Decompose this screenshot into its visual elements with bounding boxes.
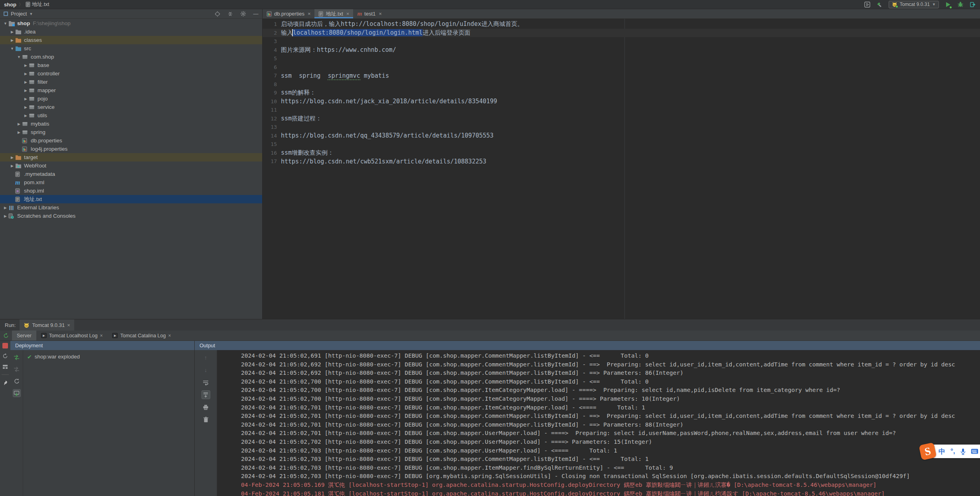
- tab-tomcat-localhost-log[interactable]: ▶ Tomcat Localhost Log ×: [36, 331, 108, 341]
- expand-arrow-icon[interactable]: ▶: [2, 214, 8, 218]
- project-panel-title[interactable]: Project: [11, 11, 27, 17]
- tree-row-controller[interactable]: ▶controller: [0, 69, 262, 78]
- deploy-icon[interactable]: [13, 353, 21, 361]
- close-icon[interactable]: ×: [379, 11, 382, 17]
- close-icon[interactable]: ×: [67, 322, 70, 328]
- soft-wrap-icon[interactable]: [202, 378, 210, 387]
- tree-row-src[interactable]: ▼src: [0, 44, 262, 53]
- microphone-icon[interactable]: [960, 448, 966, 455]
- close-icon[interactable]: ×: [100, 333, 103, 339]
- tree-row-classes[interactable]: ▶classes: [0, 36, 262, 44]
- expand-arrow-icon[interactable]: ▶: [23, 89, 29, 93]
- run-button[interactable]: [944, 1, 951, 8]
- breadcrumb-project[interactable]: shop: [4, 2, 16, 8]
- text-segment: https://blog.csdn.net/qq_43438579/articl…: [281, 132, 494, 139]
- punctuation-icon[interactable]: °,: [950, 447, 955, 455]
- expand-arrow-icon[interactable]: ▼: [16, 55, 22, 59]
- tab-tomcat-catalina-log[interactable]: ▶ Tomcat Catalina Log ×: [107, 331, 176, 341]
- tree-row-log4j.properties[interactable]: log4j.properties: [0, 145, 262, 153]
- refresh-icon[interactable]: [13, 377, 21, 385]
- expand-arrow-icon[interactable]: ▶: [16, 122, 22, 126]
- tree-row-spring[interactable]: ▶spring: [0, 128, 262, 136]
- tree-row-filter[interactable]: ▶filter: [0, 78, 262, 86]
- expand-arrow-icon[interactable]: ▼: [2, 22, 8, 26]
- line-number: 16: [263, 150, 279, 156]
- tree-row-service[interactable]: ▶service: [0, 103, 262, 111]
- deploy-all-icon[interactable]: [13, 389, 21, 397]
- expand-arrow-icon[interactable]: ▶: [9, 164, 15, 168]
- debug-button[interactable]: [957, 1, 964, 8]
- expand-arrow-icon[interactable]: ▶: [23, 80, 29, 84]
- undeploy-icon[interactable]: [13, 365, 21, 373]
- expand-arrow-icon[interactable]: ▶: [23, 105, 29, 109]
- tree-row-External-Libraries[interactable]: ▶External Libraries: [0, 203, 262, 212]
- tree-row-com.shop[interactable]: ▼com.shop: [0, 53, 262, 61]
- editor[interactable]: 1启动项目成功后，输入http://localhost:8080/shop/lo…: [263, 19, 980, 166]
- tree-row-.idea[interactable]: ▶.idea: [0, 28, 262, 36]
- keyboard-icon[interactable]: [971, 449, 978, 454]
- scroll-to-end-icon[interactable]: [202, 390, 210, 399]
- chinese-mode-icon[interactable]: 中: [939, 447, 945, 456]
- hide-panel-icon[interactable]: —: [253, 11, 259, 17]
- build-hammer-icon[interactable]: [876, 1, 883, 8]
- line-number: 12: [263, 116, 279, 122]
- editor-area[interactable]: 1启动项目成功后，输入http://localhost:8080/shop/lo…: [263, 19, 980, 319]
- expand-arrow-icon[interactable]: ▶: [2, 206, 8, 210]
- run-configuration-tab[interactable]: Tomcat 9.0.31 ×: [20, 319, 74, 331]
- rerun-server-icon[interactable]: [0, 331, 12, 341]
- close-icon[interactable]: ×: [346, 11, 350, 17]
- tree-row-mapper[interactable]: ▶mapper: [0, 86, 262, 94]
- tree-row--.txt[interactable]: 地址.txt: [0, 195, 262, 203]
- tab-server[interactable]: Server: [12, 331, 36, 341]
- restart-server-icon[interactable]: [2, 353, 8, 359]
- tree-row-shop[interactable]: ▼shopF:\shejiing\shop: [0, 19, 262, 28]
- tree-row-pojo[interactable]: ▶pojo: [0, 94, 262, 103]
- run-anything-icon[interactable]: [864, 1, 871, 8]
- locate-file-icon[interactable]: [214, 11, 221, 17]
- print-icon[interactable]: [202, 403, 210, 411]
- breadcrumb-file[interactable]: 地址.txt: [26, 1, 49, 8]
- close-icon[interactable]: ×: [168, 333, 171, 339]
- tree-row-shop.iml[interactable]: shop.iml: [0, 187, 262, 195]
- expand-arrow-icon[interactable]: ▶: [23, 63, 29, 67]
- close-icon[interactable]: ×: [308, 11, 311, 17]
- tree-row-pom.xml[interactable]: mpom.xml: [0, 178, 262, 187]
- down-stacktrace-icon[interactable]: ↓: [202, 366, 210, 374]
- settings-gear-icon[interactable]: [240, 11, 246, 17]
- expand-arrow-icon[interactable]: ▶: [9, 38, 15, 42]
- tree-row-db.properties[interactable]: db.properties: [0, 136, 262, 145]
- pin-tab-icon[interactable]: [2, 379, 8, 386]
- tree-row-.mymetadata[interactable]: .mymetadata: [0, 170, 262, 178]
- tree-row-target[interactable]: ▶target: [0, 153, 262, 161]
- tab-address-txt[interactable]: 地址.txt ×: [314, 9, 353, 18]
- up-stacktrace-icon[interactable]: ↑: [202, 353, 210, 362]
- expand-arrow-icon[interactable]: ▼: [9, 47, 15, 51]
- expand-arrow-icon[interactable]: ▶: [23, 97, 29, 101]
- line-number: 3: [263, 38, 279, 44]
- run-config-selector[interactable]: Tomcat 9.0.31 ▼: [889, 1, 939, 8]
- expand-arrow-icon[interactable]: ▶: [9, 30, 15, 34]
- expand-arrow-icon[interactable]: ▶: [23, 72, 29, 76]
- tree-row-utils[interactable]: ▶utils: [0, 111, 262, 120]
- tree-row-Scratches-and-Consoles[interactable]: ▶Scratches and Consoles: [0, 212, 262, 220]
- clear-console-icon[interactable]: [202, 415, 210, 424]
- editor-line: 7ssm spring springmvc mybatis: [263, 71, 980, 80]
- profiler-icon[interactable]: [969, 1, 976, 8]
- tree-row-base[interactable]: ▶base: [0, 61, 262, 69]
- line-number: 11: [263, 107, 279, 113]
- expand-arrow-icon[interactable]: ▶: [9, 155, 15, 159]
- console-output[interactable]: 2024-02-04 21:05:02,691 [http-nio-8080-e…: [217, 350, 980, 496]
- chevron-down-icon[interactable]: ▼: [29, 12, 33, 16]
- collapse-all-icon[interactable]: [227, 11, 233, 17]
- expand-arrow-icon[interactable]: ▶: [23, 114, 29, 118]
- deployment-item[interactable]: ✔ shop:war exploded: [23, 352, 194, 361]
- iml-icon: [15, 188, 22, 194]
- tree-row-mybatis[interactable]: ▶mybatis: [0, 120, 262, 128]
- restore-layout-icon[interactable]: [2, 364, 8, 370]
- expand-arrow-icon[interactable]: ▶: [16, 130, 22, 134]
- sogou-logo-icon[interactable]: S: [919, 442, 937, 460]
- tab-test1[interactable]: m test1 ×: [353, 9, 385, 18]
- tree-row-WebRoot[interactable]: ▶WebRoot: [0, 161, 262, 170]
- tab-db-properties[interactable]: db.properties ×: [263, 9, 314, 18]
- stop-button[interactable]: [2, 343, 8, 348]
